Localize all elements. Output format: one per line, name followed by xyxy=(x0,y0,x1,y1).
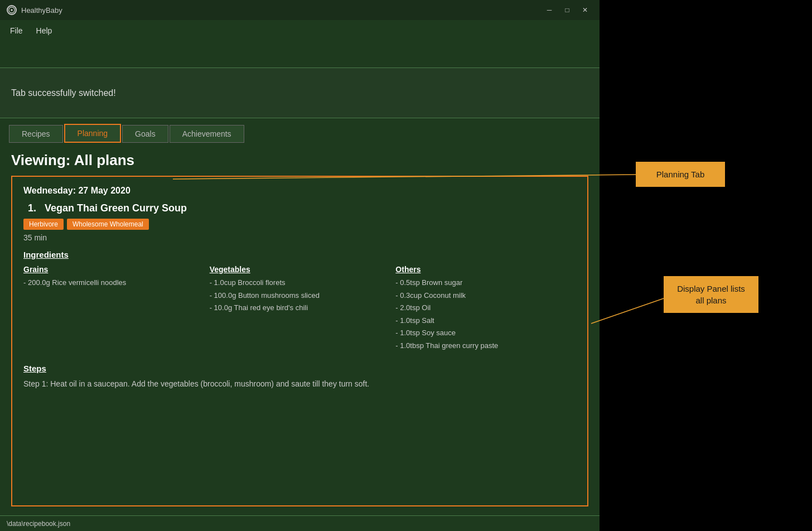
tab-recipes[interactable]: Recipes xyxy=(9,125,63,143)
step-0: Step 1: Heat oil in a saucepan. Add the … xyxy=(23,378,576,390)
view-title: Viewing: All plans xyxy=(11,152,588,169)
menu-file[interactable]: File xyxy=(4,24,28,37)
tab-goals[interactable]: Goals xyxy=(122,125,168,143)
tag-wholemeal: Wholesome Wholemeal xyxy=(67,219,149,230)
tabs-area: Recipes Planning Goals Achievements xyxy=(0,118,600,143)
recipe-name: Vegan Thai Green Curry Soup xyxy=(45,202,187,214)
recipe-duration: 35 min xyxy=(23,233,576,242)
other-item-4: - 1.0tsp Soy sauce xyxy=(395,327,576,339)
vegetables-title: Vegetables xyxy=(210,265,390,274)
other-item-2: - 2.0tsp Oil xyxy=(395,302,576,313)
page-container: HealthyBaby ─ □ ✕ File Help Tab successf… xyxy=(0,0,812,531)
menu-bar: File Help xyxy=(0,20,600,41)
vegetable-item-2: - 10.0g Thai red eye bird's chili xyxy=(210,302,390,313)
steps-header: Steps xyxy=(23,364,576,373)
other-item-5: - 1.0tbsp Thai green curry paste xyxy=(395,340,576,351)
tab-planning[interactable]: Planning xyxy=(64,124,122,143)
other-item-0: - 0.5tsp Brown sugar xyxy=(395,277,576,288)
menu-help[interactable]: Help xyxy=(31,24,58,37)
title-bar-left: HealthyBaby xyxy=(7,5,62,15)
app-window: HealthyBaby ─ □ ✕ File Help Tab successf… xyxy=(0,0,600,531)
vegetable-item-1: - 100.0g Button mushrooms sliced xyxy=(210,290,390,301)
category-others: Others - 0.5tsp Brown sugar - 0.3cup Coc… xyxy=(395,265,576,353)
svg-point-1 xyxy=(11,9,13,11)
plan-date: Wednesday: 27 May 2020 xyxy=(23,186,576,196)
recipe-number: 1. xyxy=(28,202,36,214)
app-logo xyxy=(7,5,17,15)
annotation-display-panel: Display Panel lists all plans xyxy=(664,276,758,313)
others-title: Others xyxy=(395,265,576,274)
main-content: Viewing: All plans Wednesday: 27 May 202… xyxy=(0,143,600,515)
ingredients-grid: Grains - 200.0g Rice vermicelli noodles … xyxy=(23,265,576,353)
grain-item-0: - 200.0g Rice vermicelli noodles xyxy=(23,277,204,288)
other-item-1: - 0.3cup Coconut milk xyxy=(395,290,576,301)
tab-achievements[interactable]: Achievements xyxy=(170,125,244,143)
status-area: Tab successfully switched! xyxy=(0,68,600,118)
status-bar-path: \data\recipebook.json xyxy=(7,520,70,528)
svg-line-3 xyxy=(591,298,664,324)
status-message: Tab successfully switched! xyxy=(11,88,116,98)
steps-section: Steps Step 1: Heat oil in a saucepan. Ad… xyxy=(23,364,576,390)
grains-title: Grains xyxy=(23,265,204,274)
maximize-button[interactable]: □ xyxy=(559,4,575,16)
title-bar-controls: ─ □ ✕ xyxy=(542,4,593,16)
category-grains: Grains - 200.0g Rice vermicelli noodles xyxy=(23,265,204,353)
title-bar: HealthyBaby ─ □ ✕ xyxy=(0,0,600,20)
vegetable-item-0: - 1.0cup Broccoli florets xyxy=(210,277,390,288)
annotation-planning-tab: Planning Tab xyxy=(636,162,725,187)
tag-herbivore: Herbivore xyxy=(23,219,64,230)
app-title: HealthyBaby xyxy=(21,6,62,15)
other-item-3: - 1.0tsp Salt xyxy=(395,315,576,326)
close-button[interactable]: ✕ xyxy=(577,4,593,16)
category-vegetables: Vegetables - 1.0cup Broccoli florets - 1… xyxy=(210,265,390,353)
display-panel[interactable]: Wednesday: 27 May 2020 1. Vegan Thai Gre… xyxy=(11,176,588,506)
toolbar xyxy=(0,41,600,68)
status-bar: \data\recipebook.json xyxy=(0,515,600,531)
minimize-button[interactable]: ─ xyxy=(542,4,557,16)
ingredients-header: Ingredients xyxy=(23,250,576,259)
tags-container: Herbivore Wholesome Wholemeal xyxy=(23,219,576,230)
recipe-title: 1. Vegan Thai Green Curry Soup xyxy=(28,202,576,214)
